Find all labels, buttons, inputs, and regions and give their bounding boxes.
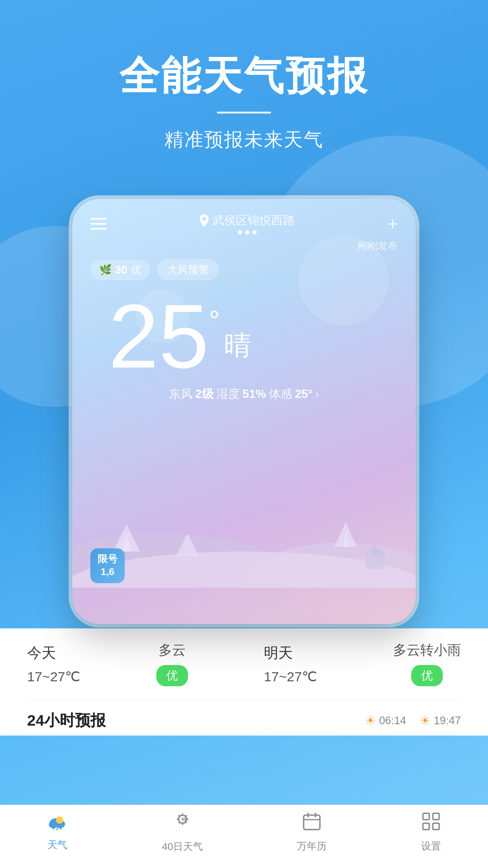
aqi-quality: 优 [131, 263, 141, 277]
svg-rect-28 [304, 815, 320, 830]
app-subtitle: 精准预报未来天气 [0, 127, 488, 152]
humidity-value: 51% [243, 387, 266, 401]
svg-rect-33 [433, 813, 439, 820]
license-line1: 限号 [98, 553, 117, 566]
settings-nav-icon [421, 811, 441, 836]
wind-level: 2级 [195, 386, 213, 402]
today-label: 今天 [27, 643, 80, 663]
nav-label-settings: 设置 [421, 840, 441, 853]
license-badge[interactable]: 限号 1,6 [90, 548, 125, 583]
nav-item-calendar[interactable]: 万年历 [297, 811, 327, 853]
app-title: 全能天气预报 [0, 54, 488, 98]
location-label: 武侯区锦悦西路 [200, 212, 295, 228]
svg-rect-8 [366, 555, 384, 569]
bottom-section: 今天 17~27℃ 多云 优 明天 17~27℃ 多云转小雨 优 24小时预报 … [0, 628, 488, 736]
forecast-row: 今天 17~27℃ 多云 优 明天 17~27℃ 多云转小雨 优 [27, 628, 461, 699]
location-pin-icon [200, 214, 209, 227]
wind-direction: 东风 [169, 386, 192, 402]
sky-orb-1 [298, 235, 389, 326]
svg-line-24 [185, 815, 187, 816]
svg-rect-35 [433, 823, 439, 830]
grid-icon [421, 811, 441, 831]
svg-rect-32 [423, 813, 429, 820]
license-line2: 1,6 [98, 566, 117, 579]
today-temp: 17~27℃ [27, 669, 80, 684]
phone-mockup: 武侯区锦悦西路 + 刚刚发布 🌿 30 优 大风预警 [72, 199, 416, 624]
svg-rect-16 [60, 827, 61, 830]
weather-details: 东风 2级 湿度 51% 体感 25° › [72, 386, 416, 402]
svg-rect-15 [56, 828, 58, 830]
cloud-rain-icon [47, 814, 68, 830]
location-dots [238, 230, 257, 235]
nav-label-calendar: 万年历 [297, 840, 327, 853]
nav-item-weather[interactable]: 天气 [47, 813, 68, 852]
calendar-nav-icon [302, 811, 321, 836]
today-condition: 多云 [159, 641, 186, 660]
details-arrow-icon[interactable]: › [315, 388, 319, 401]
tomorrow-quality: 优 [411, 665, 443, 686]
feel-temp: 25° [295, 387, 313, 401]
svg-line-23 [178, 815, 180, 816]
svg-point-17 [56, 816, 63, 824]
aqi-badge[interactable]: 🌿 30 优 [90, 259, 150, 280]
sunrise-time: 06:14 [379, 714, 406, 727]
sunset-item: ☀ 19:47 [420, 714, 461, 728]
calendar-icon [302, 811, 321, 831]
degree-symbol: ° [209, 305, 220, 336]
location-wrapper: 武侯区锦悦西路 [200, 212, 295, 235]
tomorrow-label: 明天 [264, 643, 293, 663]
svg-rect-14 [53, 827, 54, 830]
hourly-header: 24小时预报 ☀ 06:14 ☀ 19:47 [27, 699, 461, 736]
sunrise-icon: ☀ [365, 714, 375, 728]
nav-item-40day[interactable]: 40 40日天气 [162, 811, 203, 854]
bottom-nav: 天气 40 40日天气 [0, 805, 488, 868]
feel-label: 体感 [269, 386, 292, 402]
aqi-value: 30 [115, 264, 127, 276]
sunrise-item: ☀ 06:14 [365, 714, 406, 728]
sky-orb-2 [136, 289, 190, 344]
svg-line-26 [185, 822, 187, 823]
svg-point-13 [49, 821, 58, 828]
app-header: 全能天气预报 精准预报未来天气 [0, 0, 488, 170]
today-quality: 优 [156, 665, 188, 686]
leaf-icon: 🌿 [99, 264, 112, 276]
add-location-button[interactable]: + [388, 215, 398, 232]
weather-nav-icon [47, 813, 68, 835]
sunset-time: 19:47 [434, 714, 461, 727]
alert-badge[interactable]: 大风预警 [157, 259, 219, 280]
nav-label-weather: 天气 [47, 838, 67, 852]
svg-line-25 [178, 822, 180, 823]
today-forecast: 今天 17~27℃ [27, 643, 80, 684]
phone-topbar: 武侯区锦悦西路 + [72, 199, 416, 239]
sun-times: ☀ 06:14 ☀ 19:47 [365, 714, 461, 728]
nav-label-40day: 40日天气 [162, 840, 203, 854]
tomorrow-temp: 17~27℃ [264, 669, 317, 684]
weather-condition: 晴 [224, 327, 251, 364]
tomorrow-forecast: 明天 17~27℃ [264, 643, 317, 684]
nav-item-settings[interactable]: 设置 [421, 811, 441, 853]
menu-icon[interactable] [90, 218, 107, 230]
title-divider [217, 112, 271, 113]
sun-calendar-icon: 40 [172, 811, 193, 832]
svg-text:40: 40 [181, 817, 187, 822]
humidity-label: 湿度 [216, 386, 240, 402]
phone-content: 武侯区锦悦西路 + 刚刚发布 🌿 30 优 大风预警 [72, 199, 416, 624]
location-name: 武侯区锦悦西路 [212, 212, 295, 228]
tomorrow-condition: 多云转小雨 [393, 641, 461, 660]
svg-rect-34 [423, 823, 429, 830]
sunset-icon: ☀ [420, 714, 430, 728]
hourly-title: 24小时预报 [27, 710, 106, 731]
40day-nav-icon: 40 [172, 811, 193, 836]
